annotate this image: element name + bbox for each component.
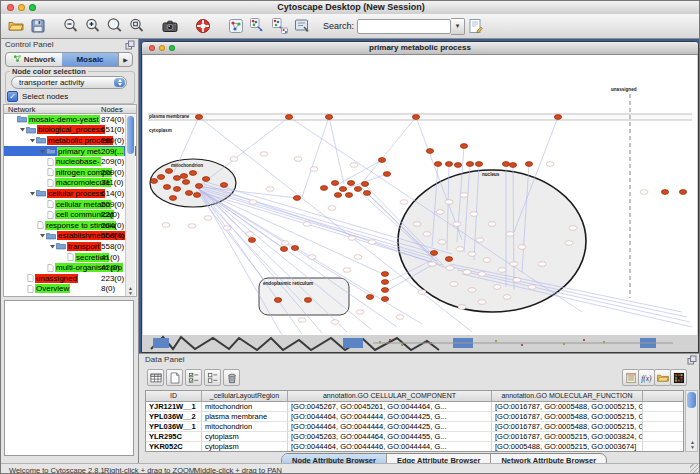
node-selected[interactable]	[304, 298, 311, 303]
table-cell[interactable]: mitochondrion	[202, 402, 288, 411]
column-header[interactable]: annotation.GO CELLULAR_COMPONENT	[288, 391, 492, 401]
table-cell[interactable]: [GO:0005488, GO:0005215, GO:0003674]	[492, 442, 643, 451]
node-selected[interactable]	[291, 246, 298, 251]
node-unselected[interactable]	[328, 206, 336, 211]
node-selected[interactable]	[454, 163, 461, 168]
node-unselected[interactable]	[266, 187, 274, 192]
vizmapper-icon[interactable]	[291, 16, 313, 36]
node-unselected[interactable]	[460, 193, 468, 198]
node-unselected[interactable]	[478, 272, 486, 277]
node-selected[interactable]	[195, 184, 202, 189]
node-selected[interactable]	[248, 238, 255, 243]
node-unselected[interactable]	[436, 210, 444, 215]
node-unselected[interactable]	[413, 222, 421, 227]
table-row[interactable]: YKR052Ccytoplasm[GO:0044464, GO:0044446,…	[146, 442, 683, 452]
node-unselected[interactable]	[453, 222, 461, 227]
node-unselected[interactable]	[223, 226, 231, 231]
select-nodes-checkbox[interactable]: ✓	[7, 91, 18, 102]
node-selected[interactable]	[173, 176, 180, 181]
node-unselected[interactable]	[260, 152, 268, 157]
node-selected[interactable]	[325, 115, 332, 120]
select-attributes-icon[interactable]	[185, 369, 202, 386]
snapshot-icon[interactable]	[159, 16, 181, 36]
node-selected[interactable]	[460, 144, 467, 149]
table-cell[interactable]: cytoplasm	[202, 442, 288, 451]
table-row[interactable]: YPL036W__2plasma membrane[GO:0044464, GO…	[146, 412, 683, 422]
node-unselected[interactable]	[343, 268, 351, 273]
tree-row-response-to-stimulu[interactable]: response to stimulu264(0)	[4, 220, 136, 231]
node-unselected[interactable]	[423, 232, 431, 237]
tree-row-cellular-metabo[interactable]: cellular metabo209(0)	[4, 199, 136, 210]
table-scrollbar[interactable]: ▲▼	[685, 390, 698, 452]
tab-overflow-button[interactable]: ▶	[118, 53, 132, 66]
copy-network-icon[interactable]	[247, 16, 269, 36]
network-window-titlebar[interactable]: primary metabolic process	[142, 42, 698, 55]
node-unselected[interactable]	[470, 212, 478, 217]
zoom-out-icon[interactable]	[60, 16, 82, 36]
attribute-table-icon[interactable]	[147, 369, 164, 386]
node-selected[interactable]	[381, 280, 388, 285]
table-cell[interactable]: [GO:0016787, GO:0005215, GO:0003824, G..…	[492, 432, 643, 441]
node-unselected[interactable]	[478, 300, 486, 305]
tree-row-secretion[interactable]: secretion41(0)	[4, 252, 136, 263]
node-unselected[interactable]	[445, 200, 453, 205]
save-session-icon[interactable]	[27, 16, 49, 36]
new-attribute-icon[interactable]	[166, 369, 183, 386]
expand-arrow-icon[interactable]	[38, 232, 46, 239]
node-selected[interactable]	[280, 247, 287, 252]
node-unselected[interactable]	[368, 240, 376, 245]
node-selected[interactable]	[661, 190, 668, 195]
node-unselected[interactable]	[565, 241, 573, 246]
node-unselected[interactable]	[162, 223, 170, 228]
node-selected[interactable]	[165, 169, 172, 174]
open-session-icon[interactable]	[5, 16, 27, 36]
birdseye-view[interactable]	[4, 300, 134, 456]
table-row[interactable]: YPL036W__1mitochondrion[GO:0044464, GO:0…	[146, 422, 683, 432]
expand-arrow-icon[interactable]	[28, 137, 36, 144]
expand-arrow-icon[interactable]	[28, 190, 36, 197]
node-unselected[interactable]	[513, 278, 521, 283]
function-builder-icon[interactable]: f(x)	[638, 369, 655, 386]
node-unselected[interactable]	[468, 288, 476, 293]
node-selected[interactable]	[383, 172, 390, 177]
table-row[interactable]: YLR295Ccytoplasm[GO:0045263, GO:0044464,…	[146, 432, 683, 442]
node-selected[interactable]	[434, 162, 441, 167]
node-selected[interactable]	[366, 295, 373, 300]
table-cell[interactable]: mitochondrion	[202, 422, 288, 431]
node-selected[interactable]	[363, 191, 370, 196]
node-unselected[interactable]	[483, 258, 491, 263]
node-selected[interactable]	[293, 196, 300, 201]
tree-row-macromolecule[interactable]: macromolecule311(0)	[4, 178, 136, 189]
table-cell[interactable]: [GO:0016787, GO:0005488, GO:0005215, G..…	[492, 402, 643, 411]
node-selected[interactable]	[180, 174, 187, 179]
node-selected[interactable]	[150, 179, 157, 184]
zoom-in-icon[interactable]	[82, 16, 104, 36]
node-unselected[interactable]	[450, 282, 458, 287]
tree-row-metabolic-process[interactable]: metabolic process280(0)	[4, 135, 136, 146]
table-cell[interactable]: [GO:0044464, GO:0044446, GO:0044444, G..…	[288, 442, 492, 451]
node-unselected[interactable]	[510, 262, 518, 267]
node-selected[interactable]	[554, 115, 561, 120]
node-selected[interactable]	[163, 185, 170, 190]
node-selected[interactable]	[525, 162, 532, 167]
tab-network[interactable]: Network	[6, 53, 62, 66]
node-unselected[interactable]	[331, 320, 339, 325]
unselect-attributes-icon[interactable]	[204, 369, 221, 386]
table-cell[interactable]: YLR295C	[146, 432, 202, 441]
node-unselected[interactable]	[438, 240, 446, 245]
table-scroll-arrows-icon[interactable]: ▲▼	[686, 440, 699, 450]
node-selected[interactable]	[430, 251, 437, 256]
tree-scrollbar[interactable]: ▲▼	[125, 115, 135, 296]
node-unselected[interactable]	[294, 157, 302, 162]
node-selected[interactable]	[173, 187, 180, 192]
node-unselected[interactable]	[188, 224, 196, 229]
tree-row-biological-process[interactable]: biological_process651(0)	[4, 125, 136, 136]
table-cell[interactable]: [GO:0045263, GO:0044464, GO:0044455, G..…	[288, 432, 492, 441]
node-selected[interactable]	[354, 187, 361, 192]
node-selected[interactable]	[509, 163, 516, 168]
table-cell[interactable]: cytoplasm	[202, 432, 288, 441]
tree-row-transport[interactable]: transport558(0)	[4, 241, 136, 252]
search-dropdown-button[interactable]: ▾	[451, 18, 465, 35]
edge[interactable]	[202, 188, 434, 257]
region-plasma-membrane[interactable]	[148, 114, 692, 120]
